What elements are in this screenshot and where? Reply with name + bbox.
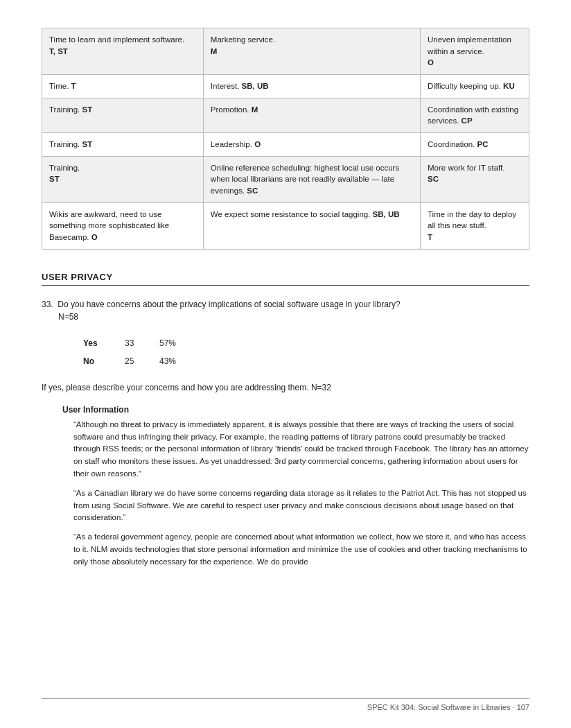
table-cell: Time to learn and implement software.T, … xyxy=(42,28,204,75)
question-number: 33. xyxy=(42,300,53,309)
stats-cell-pct: 43% xyxy=(159,352,190,370)
table-cell: We expect some resistance to social tagg… xyxy=(203,202,420,249)
quotes-container: “Although no threat to privacy is immedi… xyxy=(42,419,529,569)
stats-cell-label: Yes xyxy=(83,334,125,352)
table-cell: Leadership. O xyxy=(203,133,420,157)
challenges-table: Time to learn and implement software.T, … xyxy=(42,28,529,250)
quote-3: “As a federal government agency, people … xyxy=(73,531,529,568)
table-cell: Uneven implementation within a service.O xyxy=(421,28,529,75)
table-cell: Training. ST xyxy=(42,98,204,132)
stats-cell-count: 25 xyxy=(125,352,159,370)
table-cell: Coordination with existing services. CP xyxy=(421,98,529,132)
subsection-heading: User Information xyxy=(62,405,529,415)
stats-cell-count: 33 xyxy=(125,334,159,352)
table-cell: Training. ST xyxy=(42,133,204,157)
table-cell: Promotion. M xyxy=(203,98,420,132)
section-heading: USER PRIVACY xyxy=(42,272,529,286)
table-cell: Time. T xyxy=(42,75,204,98)
stats-row: No2543% xyxy=(83,352,190,370)
table-cell: Coordination. PC xyxy=(421,133,529,157)
question-body: Do you have concerns about the privacy i… xyxy=(58,300,400,309)
table-cell: Training.ST xyxy=(42,156,204,202)
user-privacy-section: USER PRIVACY 33. Do you have concerns ab… xyxy=(42,272,529,569)
table-cell: Marketing service.M xyxy=(203,28,420,75)
quote-2: “As a Canadian library we do have some c… xyxy=(73,487,529,524)
question-n: N=58 xyxy=(42,312,78,322)
table-cell: Wikis are awkward, need to use something… xyxy=(42,202,204,249)
table-cell: Difficulty keeping up. KU xyxy=(421,75,529,98)
quote-1: “Although no threat to privacy is immedi… xyxy=(73,419,529,480)
footer-text: SPEC Kit 304: Social Software in Librari… xyxy=(367,703,529,711)
stats-cell-pct: 57% xyxy=(159,334,190,352)
table-cell: Time in the day to deploy all this new s… xyxy=(421,202,529,249)
table-cell: Interest. SB, UB xyxy=(203,75,420,98)
followup-text: If yes, please describe your concerns an… xyxy=(42,381,529,394)
page-footer: SPEC Kit 304: Social Software in Librari… xyxy=(42,698,529,711)
table-cell: More work for IT staff.SC xyxy=(421,156,529,202)
table-cell: Online reference scheduling: highest loc… xyxy=(203,156,420,202)
stats-row: Yes3357% xyxy=(83,334,190,352)
stats-cell-label: No xyxy=(83,352,125,370)
question-text: 33. Do you have concerns about the priva… xyxy=(42,298,529,323)
stats-table: Yes3357%No2543% xyxy=(83,334,190,370)
